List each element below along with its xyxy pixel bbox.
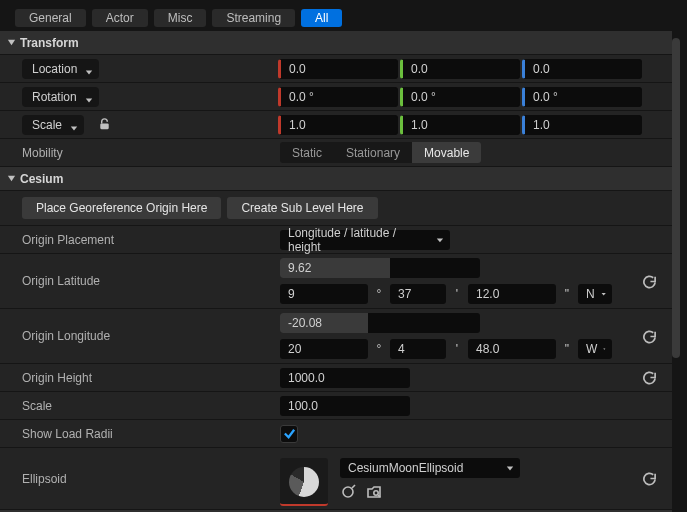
svg-point-2 [374, 490, 378, 494]
ellipsoid-select[interactable]: CesiumMoonEllipsoid [340, 458, 520, 478]
ellipsoid-thumbnail[interactable] [280, 458, 328, 506]
mobility-movable[interactable]: Movable [412, 142, 481, 163]
origin-longitude-deg-input[interactable] [280, 339, 368, 359]
origin-latitude-sec-input[interactable] [468, 284, 556, 304]
expand-icon [6, 174, 16, 184]
reset-height-button[interactable] [640, 369, 658, 387]
origin-placement-label: Origin Placement [0, 233, 280, 247]
scale-x-input[interactable] [278, 115, 398, 135]
origin-longitude-sec-input[interactable] [468, 339, 556, 359]
browse-to-asset-icon[interactable] [366, 484, 382, 503]
chevron-down-icon [70, 121, 78, 129]
cesium-scale-label: Scale [0, 399, 280, 413]
minute-symbol: ' [452, 287, 462, 301]
ellipsoid-value: CesiumMoonEllipsoid [348, 461, 463, 475]
scale-dropdown[interactable]: Scale [22, 115, 84, 135]
origin-latitude-min-input[interactable] [390, 284, 446, 304]
rotation-z-input[interactable] [522, 87, 642, 107]
second-symbol: " [562, 342, 572, 356]
reset-latitude-button[interactable] [640, 272, 658, 290]
location-x-input[interactable] [278, 59, 398, 79]
origin-height-label: Origin Height [0, 371, 280, 385]
location-y-input[interactable] [400, 59, 520, 79]
category-cesium-header[interactable]: Cesium [0, 167, 672, 191]
chevron-down-icon [85, 65, 93, 73]
tab-all[interactable]: All [301, 9, 342, 27]
show-load-radii-checkbox[interactable] [280, 425, 298, 443]
svg-point-1 [343, 487, 353, 497]
degree-symbol: ° [374, 287, 384, 301]
cesium-scale-input[interactable] [280, 396, 410, 416]
scale-z-input[interactable] [522, 115, 642, 135]
reset-longitude-button[interactable] [640, 327, 658, 345]
mobility-static[interactable]: Static [280, 142, 334, 163]
scrollbar-thumb[interactable] [672, 38, 680, 358]
tab-actor[interactable]: Actor [92, 9, 148, 27]
origin-height-input[interactable] [280, 368, 410, 388]
create-sub-level-button[interactable]: Create Sub Level Here [227, 197, 377, 219]
category-transform-label: Transform [20, 36, 79, 50]
origin-longitude-min-input[interactable] [390, 339, 446, 359]
minute-symbol: ' [452, 342, 462, 356]
origin-placement-value: Longitude / latitude / height [288, 226, 430, 254]
degree-symbol: ° [374, 342, 384, 356]
ellipsoid-thumb-icon [289, 467, 319, 497]
origin-latitude-deg-input[interactable] [280, 284, 368, 304]
origin-latitude-dir-select[interactable]: N [578, 284, 612, 304]
location-dropdown[interactable]: Location [22, 59, 99, 79]
location-label: Location [32, 62, 77, 76]
place-georeference-button[interactable]: Place Georeference Origin Here [22, 197, 221, 219]
origin-longitude-slider[interactable]: -20.08 [280, 313, 480, 333]
tab-general[interactable]: General [15, 9, 86, 27]
origin-latitude-label: Origin Latitude [0, 274, 280, 288]
lock-icon[interactable] [96, 117, 112, 133]
origin-longitude-label: Origin Longitude [0, 329, 280, 343]
ellipsoid-label: Ellipsoid [0, 472, 280, 486]
category-transform-header[interactable]: Transform [0, 31, 672, 55]
reset-ellipsoid-button[interactable] [640, 470, 658, 488]
rotation-y-input[interactable] [400, 87, 520, 107]
location-z-input[interactable] [522, 59, 642, 79]
scrollbar-track[interactable] [672, 38, 680, 503]
rotation-x-input[interactable] [278, 87, 398, 107]
tab-streaming[interactable]: Streaming [212, 9, 295, 27]
second-symbol: " [562, 287, 572, 301]
show-load-radii-label: Show Load Radii [0, 427, 280, 441]
origin-latitude-value: 9.62 [280, 261, 311, 275]
svg-rect-0 [100, 124, 108, 130]
use-selected-asset-icon[interactable] [340, 484, 356, 503]
scale-y-input[interactable] [400, 115, 520, 135]
origin-placement-select[interactable]: Longitude / latitude / height [280, 230, 450, 250]
origin-longitude-value: -20.08 [280, 316, 322, 330]
category-cesium-label: Cesium [20, 172, 63, 186]
mobility-stationary[interactable]: Stationary [334, 142, 412, 163]
scale-label: Scale [32, 118, 62, 132]
chevron-down-icon [85, 93, 93, 101]
rotation-label: Rotation [32, 90, 77, 104]
origin-longitude-dir-select[interactable]: W [578, 339, 612, 359]
expand-icon [6, 38, 16, 48]
mobility-label: Mobility [0, 146, 280, 160]
rotation-dropdown[interactable]: Rotation [22, 87, 99, 107]
tab-misc[interactable]: Misc [154, 9, 207, 27]
origin-latitude-slider[interactable]: 9.62 [280, 258, 480, 278]
